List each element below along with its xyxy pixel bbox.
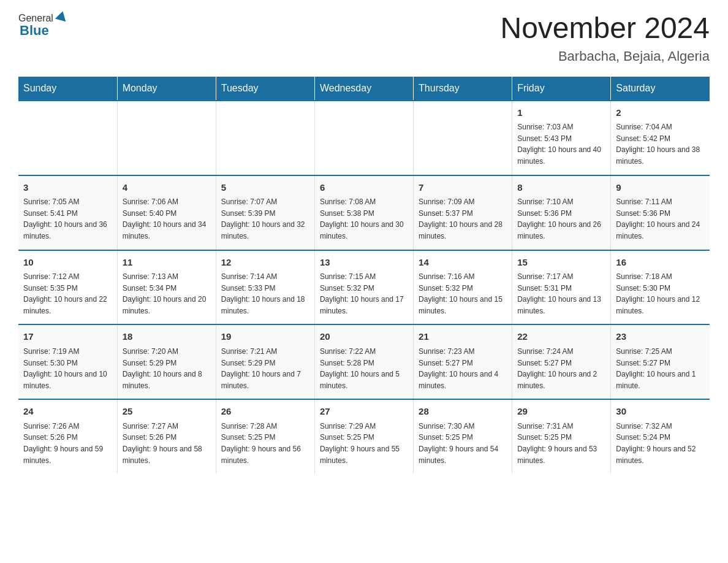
day-number: 2 [616, 106, 705, 120]
day-info: Sunrise: 7:05 AM Sunset: 5:41 PM Dayligh… [23, 196, 112, 242]
day-info: Sunrise: 7:12 AM Sunset: 5:35 PM Dayligh… [23, 271, 112, 316]
day-number: 7 [419, 181, 507, 195]
calendar-cell: 23Sunrise: 7:25 AM Sunset: 5:27 PM Dayli… [611, 324, 710, 399]
day-header-wednesday: Wednesday [314, 77, 413, 101]
calendar-title: November 2024 [500, 12, 710, 45]
day-info: Sunrise: 7:09 AM Sunset: 5:37 PM Dayligh… [419, 196, 507, 242]
day-number: 13 [320, 256, 408, 270]
day-info: Sunrise: 7:25 AM Sunset: 5:27 PM Dayligh… [616, 346, 705, 391]
day-number: 10 [23, 256, 112, 270]
calendar-cell: 24Sunrise: 7:26 AM Sunset: 5:26 PM Dayli… [18, 399, 117, 473]
calendar-cell [117, 101, 216, 175]
day-number: 16 [616, 256, 705, 270]
day-number: 6 [320, 181, 408, 195]
day-number: 1 [517, 106, 605, 120]
calendar-cell [414, 101, 512, 175]
day-header-saturday: Saturday [611, 77, 710, 101]
day-number: 23 [616, 330, 705, 344]
page-header: General Blue November 2024 Barbacha, Bej… [18, 12, 710, 64]
calendar-cell: 17Sunrise: 7:19 AM Sunset: 5:30 PM Dayli… [18, 324, 117, 399]
day-info: Sunrise: 7:14 AM Sunset: 5:33 PM Dayligh… [221, 271, 309, 316]
day-info: Sunrise: 7:27 AM Sunset: 5:26 PM Dayligh… [123, 421, 211, 466]
day-info: Sunrise: 7:23 AM Sunset: 5:27 PM Dayligh… [419, 346, 507, 391]
calendar-table: SundayMondayTuesdayWednesdayThursdayFrid… [18, 77, 710, 473]
calendar-cell [18, 101, 117, 175]
calendar-cell: 16Sunrise: 7:18 AM Sunset: 5:30 PM Dayli… [611, 250, 710, 325]
day-header-thursday: Thursday [414, 77, 512, 101]
day-number: 3 [23, 181, 112, 195]
day-number: 25 [123, 405, 211, 419]
day-number: 8 [517, 181, 605, 195]
day-number: 18 [123, 330, 211, 344]
day-info: Sunrise: 7:30 AM Sunset: 5:25 PM Dayligh… [419, 421, 507, 466]
day-info: Sunrise: 7:22 AM Sunset: 5:28 PM Dayligh… [320, 346, 408, 391]
calendar-cell: 12Sunrise: 7:14 AM Sunset: 5:33 PM Dayli… [216, 250, 314, 325]
day-info: Sunrise: 7:10 AM Sunset: 5:36 PM Dayligh… [517, 196, 605, 242]
calendar-subtitle: Barbacha, Bejaia, Algeria [500, 48, 710, 64]
day-info: Sunrise: 7:24 AM Sunset: 5:27 PM Dayligh… [517, 346, 605, 391]
calendar-cell: 6Sunrise: 7:08 AM Sunset: 5:38 PM Daylig… [314, 175, 413, 250]
day-info: Sunrise: 7:19 AM Sunset: 5:30 PM Dayligh… [23, 346, 112, 391]
calendar-cell: 10Sunrise: 7:12 AM Sunset: 5:35 PM Dayli… [18, 250, 117, 325]
day-info: Sunrise: 7:32 AM Sunset: 5:24 PM Dayligh… [616, 421, 705, 466]
calendar-cell: 13Sunrise: 7:15 AM Sunset: 5:32 PM Dayli… [314, 250, 413, 325]
day-info: Sunrise: 7:18 AM Sunset: 5:30 PM Dayligh… [616, 271, 705, 316]
calendar-cell: 26Sunrise: 7:28 AM Sunset: 5:25 PM Dayli… [216, 399, 314, 473]
calendar-cell: 25Sunrise: 7:27 AM Sunset: 5:26 PM Dayli… [117, 399, 216, 473]
day-number: 19 [221, 330, 309, 344]
logo-arrow-icon [55, 10, 68, 21]
day-info: Sunrise: 7:28 AM Sunset: 5:25 PM Dayligh… [221, 421, 309, 466]
calendar-cell: 28Sunrise: 7:30 AM Sunset: 5:25 PM Dayli… [414, 399, 512, 473]
calendar-cell: 18Sunrise: 7:20 AM Sunset: 5:29 PM Dayli… [117, 324, 216, 399]
calendar-cell: 14Sunrise: 7:16 AM Sunset: 5:32 PM Dayli… [414, 250, 512, 325]
day-info: Sunrise: 7:08 AM Sunset: 5:38 PM Dayligh… [320, 196, 408, 242]
calendar-cell: 20Sunrise: 7:22 AM Sunset: 5:28 PM Dayli… [314, 324, 413, 399]
calendar-cell [314, 101, 413, 175]
day-info: Sunrise: 7:26 AM Sunset: 5:26 PM Dayligh… [23, 421, 112, 466]
calendar-cell [216, 101, 314, 175]
day-number: 20 [320, 330, 408, 344]
day-number: 29 [517, 405, 605, 419]
day-number: 9 [616, 181, 705, 195]
day-number: 28 [419, 405, 507, 419]
day-header-monday: Monday [117, 77, 216, 101]
day-number: 22 [517, 330, 605, 344]
calendar-cell: 29Sunrise: 7:31 AM Sunset: 5:25 PM Dayli… [512, 399, 611, 473]
logo-blue-text: Blue [20, 23, 49, 39]
calendar-cell: 27Sunrise: 7:29 AM Sunset: 5:25 PM Dayli… [314, 399, 413, 473]
day-number: 27 [320, 405, 408, 419]
calendar-cell: 22Sunrise: 7:24 AM Sunset: 5:27 PM Dayli… [512, 324, 611, 399]
day-header-tuesday: Tuesday [216, 77, 314, 101]
day-number: 5 [221, 181, 309, 195]
day-header-sunday: Sunday [18, 77, 117, 101]
calendar-cell: 19Sunrise: 7:21 AM Sunset: 5:29 PM Dayli… [216, 324, 314, 399]
day-number: 4 [123, 181, 211, 195]
day-info: Sunrise: 7:17 AM Sunset: 5:31 PM Dayligh… [517, 271, 605, 316]
calendar-cell: 21Sunrise: 7:23 AM Sunset: 5:27 PM Dayli… [414, 324, 512, 399]
day-number: 26 [221, 405, 309, 419]
calendar-week-row: 1Sunrise: 7:03 AM Sunset: 5:43 PM Daylig… [18, 101, 710, 175]
calendar-cell: 3Sunrise: 7:05 AM Sunset: 5:41 PM Daylig… [18, 175, 117, 250]
calendar-cell: 2Sunrise: 7:04 AM Sunset: 5:42 PM Daylig… [611, 101, 710, 175]
day-info: Sunrise: 7:29 AM Sunset: 5:25 PM Dayligh… [320, 421, 408, 466]
day-number: 17 [23, 330, 112, 344]
day-header-friday: Friday [512, 77, 611, 101]
calendar-week-row: 10Sunrise: 7:12 AM Sunset: 5:35 PM Dayli… [18, 250, 710, 325]
day-info: Sunrise: 7:11 AM Sunset: 5:36 PM Dayligh… [616, 196, 705, 242]
day-info: Sunrise: 7:06 AM Sunset: 5:40 PM Dayligh… [123, 196, 211, 242]
calendar-week-row: 24Sunrise: 7:26 AM Sunset: 5:26 PM Dayli… [18, 399, 710, 473]
day-info: Sunrise: 7:07 AM Sunset: 5:39 PM Dayligh… [221, 196, 309, 242]
day-number: 11 [123, 256, 211, 270]
day-info: Sunrise: 7:16 AM Sunset: 5:32 PM Dayligh… [419, 271, 507, 316]
logo: General Blue [18, 12, 67, 39]
day-number: 24 [23, 405, 112, 419]
calendar-header-row: SundayMondayTuesdayWednesdayThursdayFrid… [18, 77, 710, 101]
calendar-cell: 5Sunrise: 7:07 AM Sunset: 5:39 PM Daylig… [216, 175, 314, 250]
calendar-week-row: 17Sunrise: 7:19 AM Sunset: 5:30 PM Dayli… [18, 324, 710, 399]
day-number: 30 [616, 405, 705, 419]
calendar-cell: 8Sunrise: 7:10 AM Sunset: 5:36 PM Daylig… [512, 175, 611, 250]
title-section: November 2024 Barbacha, Bejaia, Algeria [500, 12, 710, 64]
calendar-cell: 1Sunrise: 7:03 AM Sunset: 5:43 PM Daylig… [512, 101, 611, 175]
day-info: Sunrise: 7:03 AM Sunset: 5:43 PM Dayligh… [517, 121, 605, 167]
day-number: 21 [419, 330, 507, 344]
